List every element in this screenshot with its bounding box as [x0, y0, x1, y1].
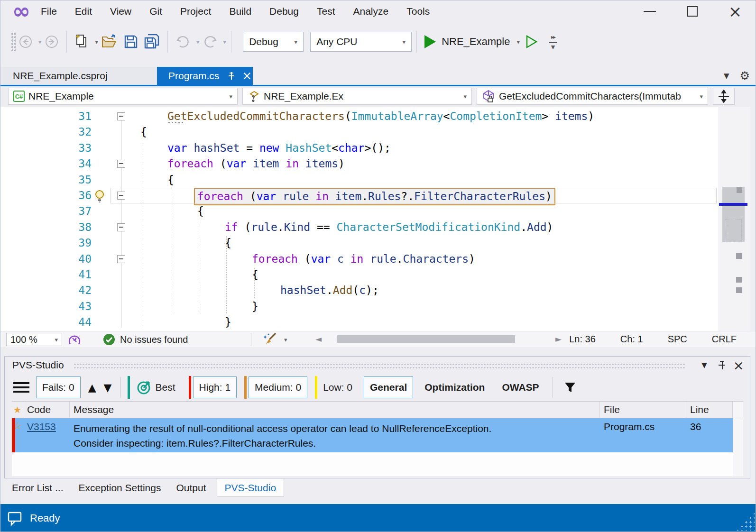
tab-nre-example-csproj[interactable]: NRE_Example.csproj [0, 67, 157, 85]
fold-collapse-box[interactable] [117, 160, 125, 168]
panel-close-button[interactable]: × [730, 358, 747, 372]
file-column-header[interactable]: File [600, 402, 686, 418]
redo-button[interactable] [200, 30, 221, 53]
redo-history-caret[interactable]: ▾ [223, 38, 227, 46]
code-cleanup-button[interactable]: ▾ [262, 332, 287, 347]
menu-build[interactable]: Build [220, 6, 260, 17]
open-file-button[interactable] [98, 30, 121, 53]
code-line[interactable]: 42hashSet.Add(c); [0, 283, 719, 298]
code-editor[interactable]: 31GetExcludedCommitCharacters(ImmutableA… [0, 107, 756, 331]
diagnostic-code-link[interactable]: V3153 [27, 421, 56, 452]
zoom-select[interactable]: 100 % ▾ [6, 333, 62, 346]
fails-filter-button[interactable]: Fails: 0 [36, 376, 81, 398]
minimize-button[interactable] [628, 0, 671, 22]
pvs-menu-button[interactable] [13, 380, 29, 395]
close-window-button[interactable]: × [714, 0, 756, 22]
start-debugging-button[interactable]: NRE_Example ▾ [422, 30, 523, 53]
group-tab-general[interactable]: General [364, 376, 413, 398]
filter-button[interactable] [558, 376, 582, 398]
menu-analyze[interactable]: Analyze [344, 6, 397, 17]
project-dropdown[interactable]: C# NRE_Example ▾ [8, 88, 238, 105]
fold-collapse-box[interactable] [117, 223, 125, 231]
solution-configuration-select[interactable]: Debug ▾ [243, 32, 304, 52]
toolbar-drag-grip[interactable] [11, 32, 16, 51]
resize-grip[interactable] [736, 512, 755, 531]
table-row[interactable]: ☆ V3153 Enumerating the result of null-c… [12, 418, 733, 452]
undo-button[interactable] [173, 30, 194, 53]
results-table-header: ★ Code Message File Line [12, 401, 743, 418]
menu-project[interactable]: Project [171, 6, 220, 17]
high-filter-button[interactable]: High: 1 [193, 376, 237, 398]
next-message-button[interactable]: ▼ [104, 382, 112, 394]
panel-pin-button[interactable] [713, 358, 730, 372]
code-line[interactable]: 38if (rule.Kind == CharacterSetModificat… [0, 220, 719, 235]
maximize-button[interactable] [671, 0, 714, 22]
solution-platform-select[interactable]: Any CPU ▾ [310, 32, 412, 52]
toolbar-overflow-button[interactable]: ▸▸ ▼ [549, 34, 557, 50]
group-tab-optimization[interactable]: Optimization [419, 376, 490, 398]
menu-view[interactable]: View [101, 6, 140, 17]
message-column-header[interactable]: Message [70, 402, 600, 418]
group-tab-owasp[interactable]: OWASP [496, 376, 544, 398]
panel-menu-caret[interactable]: ▼ [696, 358, 713, 372]
fold-collapse-box[interactable] [117, 112, 125, 120]
navigate-forward-button[interactable] [42, 30, 62, 53]
lightbulb-icon[interactable] [93, 190, 106, 205]
previous-message-button[interactable]: ▲ [88, 382, 96, 394]
scroll-left-arrow[interactable]: ◄ [315, 334, 322, 344]
code-line[interactable]: 36 foreach (var rule in item.Rules?.Filt… [0, 188, 719, 203]
save-button[interactable] [121, 30, 141, 53]
close-tab-button[interactable]: × [242, 71, 252, 81]
split-editor-button[interactable] [713, 88, 735, 105]
medium-filter-button[interactable]: Medium: 0 [249, 376, 307, 398]
code-line[interactable]: 32{ [0, 124, 719, 140]
tab-output[interactable]: Output [168, 479, 213, 497]
code-line[interactable]: 35{ [0, 172, 719, 188]
table-vertical-scrollbar[interactable] [733, 418, 743, 476]
type-dropdown[interactable]: NRE_Example.Ex ▾ [242, 88, 472, 105]
best-warnings-button[interactable]: Best [130, 376, 181, 398]
code-line[interactable]: 41{ [0, 267, 719, 283]
navigate-back-button[interactable] [16, 30, 36, 53]
scrollbar-thumb[interactable] [337, 335, 515, 343]
code-line[interactable]: 39{ [0, 235, 719, 251]
menu-file[interactable]: File [32, 6, 66, 17]
low-filter-button[interactable]: Low: 0 [317, 376, 358, 398]
line-column-header[interactable]: Line [686, 402, 733, 418]
pin-tab-button[interactable] [226, 71, 235, 81]
save-all-button[interactable] [141, 30, 163, 53]
code-line[interactable]: 40foreach (var c in rule.Characters) [0, 251, 719, 267]
code-line[interactable]: 34foreach (var item in items) [0, 156, 719, 172]
panel-drag-handle[interactable] [74, 363, 686, 369]
start-without-debugging-button[interactable] [523, 30, 541, 53]
menu-edit[interactable]: Edit [66, 6, 101, 17]
panel-header[interactable]: PVS-Studio ▼ × [5, 357, 750, 374]
code-column-header[interactable]: Code [23, 402, 70, 418]
code-line[interactable]: 43} [0, 299, 719, 314]
favorite-column-header[interactable]: ★ [12, 402, 23, 418]
code-line[interactable]: 37{ [0, 203, 719, 219]
issues-status[interactable]: No issues found [103, 333, 188, 346]
tab-program-cs[interactable]: Program.cs × [157, 67, 253, 85]
new-file-button[interactable] [72, 30, 92, 53]
editor-horizontal-scrollbar[interactable] [331, 335, 553, 343]
feedback-button[interactable] [7, 511, 22, 526]
fold-collapse-box[interactable] [117, 192, 125, 200]
editor-options-gear-icon[interactable]: ⚙ [739, 69, 750, 83]
scroll-right-arrow[interactable]: ► [555, 334, 562, 344]
menu-test[interactable]: Test [308, 6, 344, 17]
tab-pvs-studio[interactable]: PVS-Studio [217, 479, 285, 497]
editor-vertical-scrollbar[interactable] [719, 107, 750, 331]
document-list-caret[interactable]: ▼ [724, 72, 729, 80]
tab-exception-settings[interactable]: Exception Settings [71, 479, 169, 497]
code-line[interactable]: 31GetExcludedCommitCharacters(ImmutableA… [0, 109, 719, 124]
document-health-indicator[interactable] [68, 333, 81, 349]
menu-debug[interactable]: Debug [260, 6, 308, 17]
code-line[interactable]: 33var hashSet = new HashSet<char>(); [0, 140, 719, 156]
fold-collapse-box[interactable] [117, 255, 125, 263]
menu-tools[interactable]: Tools [397, 6, 439, 17]
menu-git[interactable]: Git [140, 6, 171, 17]
member-dropdown[interactable]: GetExcludedCommitCharacters(Immutab ▾ [477, 88, 708, 105]
code-line[interactable]: 44} [0, 314, 719, 330]
tab-error-list[interactable]: Error List ... [4, 479, 71, 497]
